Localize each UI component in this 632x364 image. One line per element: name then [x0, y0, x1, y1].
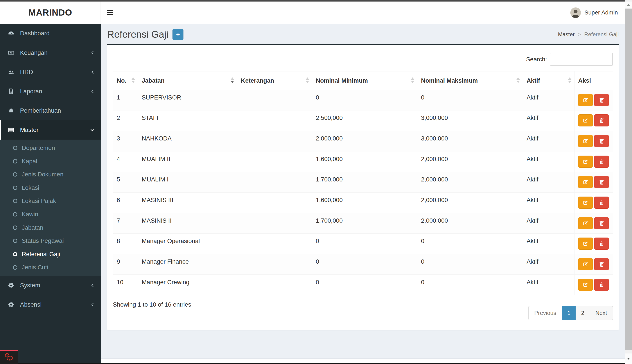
sidebar-item-pemberitahuan[interactable]: Pemberitahuan — [0, 101, 101, 120]
sidebar-item-jabatan[interactable]: Jabatan — [0, 221, 101, 234]
pagination-next[interactable]: Next — [590, 306, 613, 320]
sidebar-item-master[interactable]: Master — [0, 120, 101, 140]
sort-icon — [131, 77, 135, 83]
column-header-keterangan[interactable]: Keterangan — [237, 71, 312, 90]
sidebar-item-hrd[interactable]: HRD — [0, 62, 101, 82]
sidebar-item-keuangan[interactable]: Keuangan — [0, 43, 101, 62]
breadcrumb-separator: > — [578, 31, 581, 38]
sidebar-item-jenis-cuti[interactable]: Jenis Cuti — [0, 261, 101, 274]
cell-nominal-maksimum: 0 — [417, 90, 523, 110]
edit-button[interactable] — [578, 258, 593, 270]
cell-keterangan — [237, 90, 312, 110]
edit-button[interactable] — [578, 238, 593, 250]
delete-button[interactable] — [594, 94, 609, 106]
sidebar-item-system[interactable]: System — [0, 276, 101, 295]
cell-nominal-maksimum: 2,000,000 — [417, 152, 523, 172]
edit-button[interactable] — [578, 217, 593, 229]
column-header-aktif[interactable]: Aktif — [523, 71, 574, 90]
search-input[interactable] — [550, 53, 613, 66]
sidebar-item-kapal[interactable]: Kapal — [0, 154, 101, 168]
edit-button[interactable] — [578, 176, 593, 188]
pagination-page-2[interactable]: 2 — [576, 306, 590, 320]
circle-o-icon — [13, 172, 17, 177]
delete-button[interactable] — [594, 258, 609, 270]
sidebar-item-referensi-gaji[interactable]: Referensi Gaji — [0, 248, 101, 261]
edit-button[interactable] — [578, 114, 593, 126]
circle-o-icon — [13, 265, 17, 270]
edit-button[interactable] — [578, 196, 593, 209]
column-header-no[interactable]: No. — [113, 71, 138, 90]
scrollbar-up-button[interactable] — [625, 2, 632, 8]
sidebar-item-status-pegawai[interactable]: Status Pegawai — [0, 234, 101, 248]
add-button[interactable]: + — [172, 29, 183, 40]
trash-icon — [598, 261, 605, 267]
edit-pencil-icon — [582, 282, 588, 288]
chevron-left-icon — [91, 90, 95, 93]
cell-aktif: Aktif — [523, 152, 574, 172]
edit-button[interactable] — [578, 135, 593, 147]
delete-button[interactable] — [594, 135, 609, 147]
cell-no: 1 — [113, 90, 138, 110]
sidebar-item-lokasi[interactable]: Lokasi — [0, 181, 101, 194]
delete-button[interactable] — [594, 176, 609, 188]
scrollbar-thumb[interactable] — [625, 8, 632, 350]
sidebar-item-absensi[interactable]: Absensi — [0, 295, 101, 314]
avatar — [570, 8, 581, 18]
sidebar-item-jenis-dokumen[interactable]: Jenis Dokumen — [0, 168, 101, 181]
cell-aktif: Aktif — [523, 192, 574, 213]
delete-button[interactable] — [594, 196, 609, 209]
cell-aksi — [574, 131, 613, 152]
cell-no: 5 — [113, 172, 138, 192]
brand-logo[interactable]: MARINDO — [0, 2, 101, 24]
delete-button[interactable] — [594, 156, 609, 168]
debugbar-toggle[interactable] — [0, 350, 18, 364]
sidebar-item-lokasi-pajak[interactable]: Lokasi Pajak — [0, 194, 101, 208]
cell-nominal-minimum: 2,500,000 — [312, 110, 417, 131]
delete-button[interactable] — [594, 217, 609, 229]
pagination-page-1[interactable]: 1 — [562, 306, 576, 320]
column-header-nominal-minimum[interactable]: Nominal Minimum — [312, 71, 417, 90]
edit-button[interactable] — [578, 94, 593, 106]
cell-aksi — [574, 254, 613, 274]
cell-aksi — [574, 152, 613, 172]
trash-icon — [598, 179, 605, 185]
cell-nominal-minimum: 0 — [312, 90, 417, 110]
users-icon — [7, 68, 15, 76]
edit-button[interactable] — [578, 156, 593, 168]
trash-icon — [598, 220, 605, 226]
circle-o-icon — [13, 239, 17, 243]
delete-button[interactable] — [594, 238, 609, 250]
cell-no: 7 — [113, 213, 138, 234]
column-header-nominal-maksimum[interactable]: Nominal Maksimum — [417, 71, 523, 90]
sidebar-toggle-button[interactable] — [101, 2, 119, 24]
column-header-aksi: Aksi — [574, 71, 613, 90]
breadcrumb-current: Referensi Gaji — [584, 31, 619, 38]
cell-aktif: Aktif — [523, 110, 574, 131]
delete-button[interactable] — [594, 114, 609, 126]
submenu-label: Referensi Gaji — [22, 251, 60, 258]
delete-button[interactable] — [594, 279, 609, 291]
list-icon — [7, 126, 15, 134]
pagination-previous[interactable]: Previous — [529, 306, 562, 320]
scrollbar-down-button[interactable] — [625, 354, 632, 364]
chevron-left-icon — [91, 70, 95, 74]
cell-nominal-maksimum: 0 — [417, 254, 523, 274]
sidebar-item-laporan[interactable]: Laporan — [0, 82, 101, 101]
submenu-label: Jenis Dokumen — [22, 171, 63, 178]
sidebar-item-dashboard[interactable]: Dashboard — [0, 24, 101, 43]
app-window: MARINDO Super Admin Dashboard Keuangan — [0, 0, 632, 364]
edit-button[interactable] — [578, 279, 593, 291]
table-row: 2 STAFF 2,500,000 3,000,000 Aktif — [113, 110, 613, 131]
breadcrumb-parent[interactable]: Master — [558, 31, 575, 38]
sidebar-item-departemen[interactable]: Departemen — [0, 141, 101, 155]
cell-jabatan: SUPERVISOR — [138, 90, 237, 110]
sort-icon — [516, 77, 520, 83]
user-menu[interactable]: Super Admin — [563, 2, 625, 24]
cell-aktif: Aktif — [523, 131, 574, 152]
sidebar-item-kawin[interactable]: Kawin — [0, 208, 101, 221]
column-header-jabatan[interactable]: Jabatan — [138, 71, 237, 90]
bell-icon — [7, 107, 15, 115]
cell-nominal-minimum: 0 — [312, 274, 417, 295]
laravel-logo-icon — [4, 352, 14, 363]
cell-aksi — [574, 172, 613, 192]
